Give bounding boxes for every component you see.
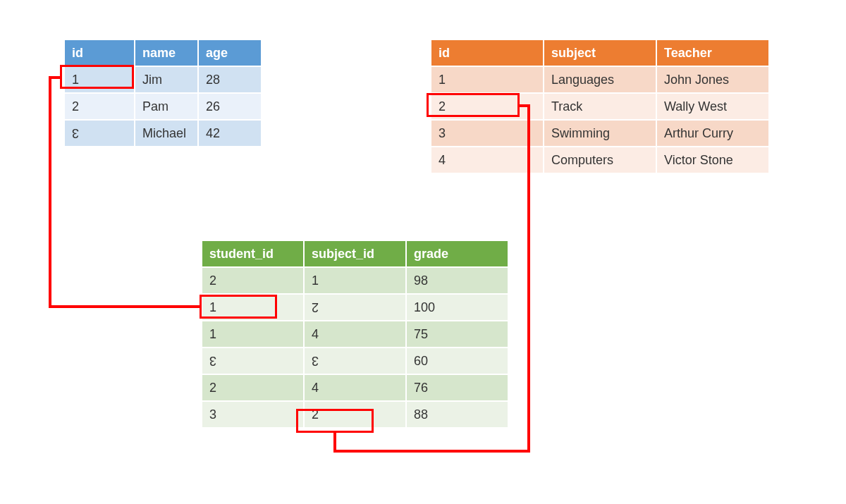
col-header: age — [198, 39, 262, 66]
cell: 88 — [406, 401, 508, 428]
table-row: 3 2 88 — [202, 401, 508, 428]
cell: Arthur Curry — [656, 120, 769, 147]
cell: Victor Stone — [656, 147, 769, 173]
table-row: 1 2 100 — [202, 294, 508, 321]
cell: 4 — [304, 321, 406, 348]
cell: John Jones — [656, 66, 769, 93]
col-header: id — [431, 39, 544, 66]
table-row: 1 4 75 — [202, 321, 508, 348]
cell: Swimming — [544, 120, 656, 147]
cell: 76 — [406, 374, 508, 401]
cell: 100 — [406, 294, 508, 321]
table-row: 3 Michael 42 — [64, 120, 262, 147]
table-row: 2 1 98 — [202, 267, 508, 294]
cell: 1 — [202, 294, 304, 321]
cell: 4 — [304, 374, 406, 401]
subjects-table: id subject Teacher 1 Languages John Jone… — [430, 39, 770, 174]
cell: 60 — [406, 348, 508, 374]
cell: 26 — [198, 93, 262, 120]
cell: Track — [544, 93, 656, 120]
table-row: 2 4 76 — [202, 374, 508, 401]
table-header-row: id subject Teacher — [431, 39, 769, 66]
table-header-row: id name age — [64, 39, 262, 66]
cell: 3 — [202, 401, 304, 428]
cell: 42 — [198, 120, 262, 147]
col-header: subject — [544, 39, 656, 66]
col-header: grade — [406, 240, 508, 267]
cell: 2 — [64, 93, 135, 120]
students-table: id name age 1 Jim 28 2 Pam 26 3 Michael … — [63, 39, 262, 147]
col-header: name — [135, 39, 198, 66]
cell: Wally West — [656, 93, 769, 120]
cell: 3 — [431, 120, 544, 147]
cell: 1 — [64, 66, 135, 93]
table-row: 4 Computers Victor Stone — [431, 147, 769, 173]
table-row: 1 Languages John Jones — [431, 66, 769, 93]
cell: 3 — [202, 348, 304, 374]
cell: 75 — [406, 321, 508, 348]
col-header: subject_id — [304, 240, 406, 267]
col-header: Teacher — [656, 39, 769, 66]
cell: Pam — [135, 93, 198, 120]
cell: Computers — [544, 147, 656, 173]
cell: 1 — [431, 66, 544, 93]
cell: 98 — [406, 267, 508, 294]
table-row: 3 Swimming Arthur Curry — [431, 120, 769, 147]
cell: 28 — [198, 66, 262, 93]
cell: 2 — [202, 267, 304, 294]
cell: 4 — [431, 147, 544, 173]
cell: 2 — [431, 93, 544, 120]
grades-table: student_id subject_id grade 2 1 98 1 2 1… — [201, 240, 509, 429]
cell: Michael — [135, 120, 198, 147]
cell: 3 — [64, 120, 135, 147]
table-row: 2 Pam 26 — [64, 93, 262, 120]
table-header-row: student_id subject_id grade — [202, 240, 508, 267]
table-row: 1 Jim 28 — [64, 66, 262, 93]
cell: 1 — [304, 267, 406, 294]
table-row: 2 Track Wally West — [431, 93, 769, 120]
cell: 3 — [304, 348, 406, 374]
cell: 1 — [202, 321, 304, 348]
col-header: student_id — [202, 240, 304, 267]
cell: 2 — [304, 294, 406, 321]
cell: Jim — [135, 66, 198, 93]
table-row: 3 3 60 — [202, 348, 508, 374]
cell: 2 — [304, 401, 406, 428]
col-header: id — [64, 39, 135, 66]
cell: Languages — [544, 66, 656, 93]
cell: 2 — [202, 374, 304, 401]
